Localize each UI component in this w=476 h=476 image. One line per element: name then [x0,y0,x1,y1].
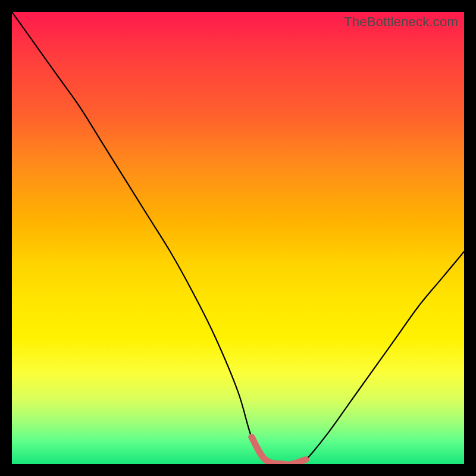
curve-layer [12,12,464,464]
plot-area: TheBottleneck.com [12,12,464,464]
optimal-segment [252,437,306,464]
bottleneck-curve [12,12,464,464]
chart-frame: TheBottleneck.com [0,0,476,476]
